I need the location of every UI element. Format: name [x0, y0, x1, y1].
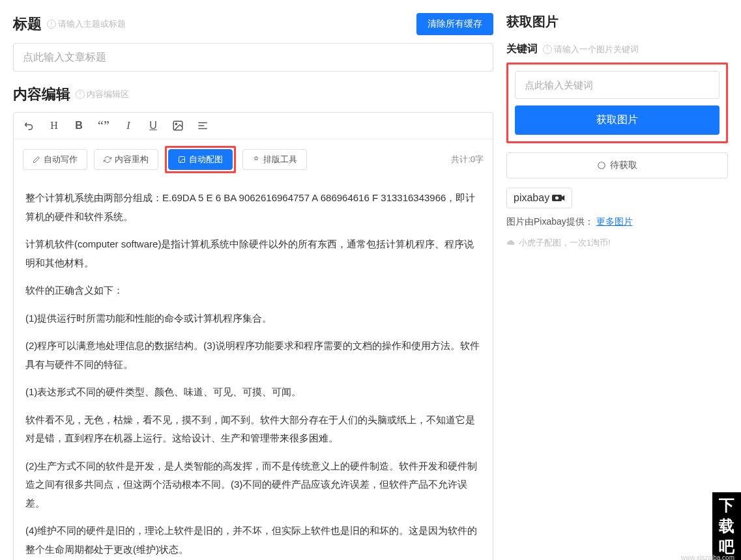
action-toolbar: 自动写作 内容重构 自动配图 排版工具 共计:0字: [14, 139, 493, 180]
quote-icon[interactable]: “”: [97, 119, 110, 132]
content-paragraph: (2)生产方式不同的软件是开发，是人类智能的高发挥，而不是传统意义上的硬件制造。…: [25, 457, 481, 513]
content-paragraph: (2)程序可以满意地处理信息的数据结构。(3)说明程序功能要求和程序需要的文档的…: [25, 337, 481, 374]
footer-note: 小虎子配图，一次1淘币!: [506, 237, 728, 249]
layout-icon: [252, 156, 260, 163]
italic-icon[interactable]: I: [122, 119, 135, 132]
bold-icon[interactable]: B: [72, 119, 85, 132]
content-paragraph: (4)维护不同的硬件是旧的，理论上软件是旧的，并不坏，但实际上软件也是旧的和坏的…: [25, 522, 481, 559]
auto-image-button[interactable]: 自动配图: [168, 149, 233, 170]
word-count: 共计:0字: [451, 154, 484, 165]
auto-write-button[interactable]: 自动写作: [23, 149, 87, 170]
keyword-input[interactable]: [515, 71, 719, 99]
image-icon: [178, 156, 186, 163]
refresh-icon: [104, 156, 111, 163]
svg-point-1: [175, 123, 177, 124]
get-image-button[interactable]: 获取图片: [515, 105, 719, 135]
title-hint: ! 请输入主题或标题: [47, 18, 126, 30]
pending-button[interactable]: 待获取: [506, 152, 728, 178]
info-icon: !: [543, 45, 552, 54]
editor-hint: ! 内容编辑区: [76, 89, 129, 100]
provider-text: 图片由Pixabay提供： 更多图片: [506, 216, 728, 228]
more-images-link[interactable]: 更多图片: [596, 216, 633, 227]
layout-tool-button[interactable]: 排版工具: [242, 149, 307, 170]
keyword-hint: ! 请输入一个图片关键词: [543, 44, 639, 55]
article-title-input[interactable]: [13, 43, 493, 72]
content-paragraph: (1)表达形式不同的硬件类型、颜色、味道、可见、可摸、可闻。: [25, 383, 481, 402]
content-paragraph: 软件的正确含义如下：: [25, 281, 481, 300]
content-paragraph: 计算机软件(computer software)是指计算机系统中除硬件以外的所有…: [25, 235, 481, 272]
content-paragraph: 软件看不见，无色，枯燥，看不见，摸不到，闻不到。软件大部分存在于人们的头脑或纸上…: [25, 411, 481, 448]
title-label: 标题: [13, 14, 42, 34]
keyword-label: 关键词: [506, 42, 538, 56]
svg-point-6: [598, 162, 605, 169]
svg-point-8: [555, 197, 559, 200]
pixabay-badge: pixabay: [506, 188, 572, 208]
image-icon[interactable]: [171, 119, 184, 132]
auto-image-highlight: 自动配图: [165, 146, 236, 173]
keyword-highlight-box: 获取图片: [506, 63, 728, 143]
editor-container: H B “” I U 自动写作 内容重构: [13, 112, 493, 560]
align-left-icon[interactable]: [196, 119, 209, 132]
cloud-icon: [506, 238, 516, 247]
info-icon: !: [47, 20, 56, 29]
format-toolbar: H B “” I U: [14, 113, 493, 139]
content-paragraph: (1)提供运行时所需功能和性能的命令或计算机程序集合。: [25, 309, 481, 328]
content-paragraph: 整个计算机系统由两部分组成：E.69DA 5 E 6 BA 9062616964…: [25, 189, 481, 226]
editor-section-label: 内容编辑: [13, 85, 70, 104]
clear-cache-button[interactable]: 清除所有缓存: [416, 13, 493, 35]
underline-icon[interactable]: U: [147, 119, 160, 132]
content-rebuild-button[interactable]: 内容重构: [94, 149, 158, 170]
camera-icon: [552, 193, 565, 203]
pencil-icon: [33, 156, 40, 163]
title-section-header: 标题 ! 请输入主题或标题 清除所有缓存: [13, 13, 493, 35]
undo-icon[interactable]: [23, 119, 36, 132]
info-icon: !: [76, 90, 85, 99]
get-image-title: 获取图片: [506, 13, 728, 31]
editor-content[interactable]: 整个计算机系统由两部分组成：E.69DA 5 E 6 BA 9062616964…: [14, 180, 493, 560]
circle-icon: [597, 161, 606, 170]
heading-icon[interactable]: H: [48, 119, 61, 132]
image-sidebar: 获取图片 关键词 ! 请输入一个图片关键词 获取图片 待获取 pixabay 图…: [506, 13, 728, 560]
